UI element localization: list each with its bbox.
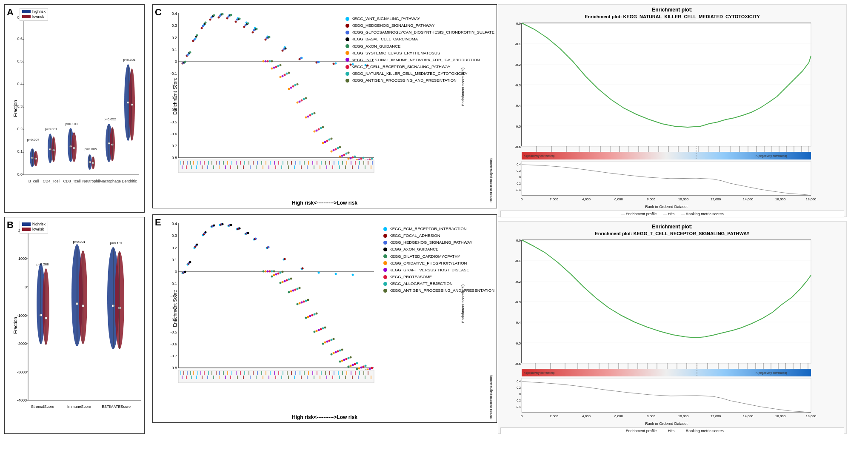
svg-point-430 — [292, 290, 294, 292]
svg-rect-266 — [216, 161, 217, 165]
svg-text:r (negatively correlated): r (negatively correlated) — [756, 371, 787, 375]
svg-rect-528 — [207, 376, 208, 379]
svg-point-145 — [226, 17, 228, 20]
svg-text:-0.4: -0.4 — [516, 188, 521, 191]
svg-text:0: 0 — [25, 285, 27, 289]
svg-rect-295 — [338, 161, 339, 165]
svg-point-444 — [303, 301, 305, 303]
svg-rect-306 — [191, 165, 192, 169]
svg-rect-286 — [300, 161, 300, 165]
svg-rect-506 — [300, 371, 300, 375]
svg-rect-551 — [352, 376, 353, 379]
svg-point-465 — [273, 271, 275, 273]
svg-rect-287 — [304, 161, 305, 165]
svg-text:0.2: 0.2 — [517, 386, 521, 389]
y-axis-label-e: Enrichment Score — [172, 290, 177, 327]
svg-point-245 — [271, 60, 273, 63]
svg-point-254 — [348, 152, 350, 154]
svg-point-392 — [184, 271, 186, 273]
svg-point-136 — [335, 63, 337, 65]
svg-point-253 — [339, 146, 341, 148]
svg-point-195 — [280, 76, 282, 78]
svg-point-472 — [333, 338, 335, 340]
svg-rect-312 — [225, 165, 226, 169]
svg-text:p=0.197: p=0.197 — [110, 241, 123, 245]
svg-point-390 — [255, 238, 257, 240]
svg-point-464 — [365, 365, 367, 367]
svg-point-442 — [286, 279, 288, 282]
svg-point-397 — [222, 223, 224, 225]
svg-rect-502 — [283, 371, 283, 375]
svg-rect-518 — [351, 371, 351, 375]
enrichment-plot-1: Enrichment plot:Enrichment plot: KEGG_NA… — [498, 4, 847, 217]
svg-point-422 — [333, 352, 335, 354]
svg-point-393 — [189, 261, 191, 263]
svg-rect-526 — [196, 376, 197, 379]
svg-point-470 — [316, 313, 318, 315]
legend-lowrisk-a: lowrisk — [32, 14, 44, 19]
svg-point-162 — [228, 16, 230, 18]
svg-rect-324 — [301, 165, 302, 169]
svg-point-232 — [269, 60, 271, 63]
svg-point-365 — [318, 272, 320, 274]
svg-point-409 — [331, 353, 333, 356]
svg-rect-318 — [263, 165, 263, 169]
svg-rect-545 — [314, 376, 314, 379]
svg-text:p<0.001: p<0.001 — [123, 58, 136, 62]
svg-rect-299 — [355, 161, 356, 165]
svg-rect-315 — [243, 165, 244, 169]
svg-point-467 — [290, 278, 292, 280]
svg-rect-263 — [204, 161, 205, 165]
svg-point-146 — [235, 21, 237, 23]
pathway-c-5: KEGG_AXON_GUIDANCE — [351, 43, 400, 50]
svg-rect-327 — [320, 165, 320, 169]
svg-rect-495 — [253, 371, 254, 375]
svg-point-452 — [371, 367, 373, 369]
svg-text:-0.2: -0.2 — [516, 399, 521, 402]
svg-point-220 — [275, 66, 277, 68]
svg-point-221 — [284, 74, 286, 76]
svg-rect-333 — [358, 165, 359, 169]
svg-point-396 — [213, 225, 215, 227]
svg-point-159 — [202, 25, 204, 27]
svg-point-404 — [288, 291, 290, 293]
legend-lowrisk-b: lowrisk — [32, 227, 44, 231]
svg-point-244 — [371, 158, 373, 160]
svg-point-233 — [277, 65, 280, 67]
pathway-e-4: KEGG_AXON_GUIDANCE — [389, 246, 438, 253]
svg-point-169 — [317, 61, 319, 63]
svg-text:0.4: 0.4 — [517, 380, 521, 383]
svg-text:0.0: 0.0 — [516, 22, 521, 26]
svg-point-191 — [256, 28, 258, 30]
svg-point-190 — [247, 23, 249, 25]
svg-point-469 — [307, 299, 309, 301]
svg-rect-292 — [325, 161, 326, 165]
svg-text:-0.6: -0.6 — [170, 342, 177, 346]
svg-point-215 — [341, 155, 343, 157]
gsea-plot-c: 0.4 0.3 0.2 0.1 0 -0.1 -0.2 -0.3 -0.4 -0… — [178, 13, 374, 175]
svg-point-225 — [318, 128, 320, 131]
svg-text:h (positively correlated): h (positively correlated) — [524, 154, 554, 158]
svg-text:-0.8: -0.8 — [170, 366, 177, 370]
enrichment-svg-1: Enrichment score (ES) 0.0 -0.1 -0.2 -0.3… — [500, 21, 832, 208]
svg-point-248 — [297, 83, 299, 85]
svg-text:-0.7: -0.7 — [170, 354, 177, 358]
svg-point-246 — [280, 64, 282, 66]
svg-rect-527 — [202, 376, 203, 379]
svg-point-429 — [284, 280, 286, 282]
svg-rect-534 — [243, 376, 244, 379]
svg-point-471 — [324, 327, 326, 329]
svg-rect-308 — [202, 165, 203, 169]
svg-point-416 — [282, 281, 284, 283]
svg-text:16,000: 16,000 — [775, 414, 786, 418]
pathway-c-10: KEGG_ANTIGEN_PROCESSING_AND_PRESENTATION — [351, 77, 457, 84]
svg-rect-537 — [263, 376, 263, 379]
svg-rect-256 — [180, 161, 181, 165]
svg-point-399 — [239, 228, 241, 230]
svg-point-437 — [352, 364, 354, 366]
svg-text:-2000: -2000 — [17, 342, 27, 346]
legend-highrisk-a: highrisk — [32, 9, 46, 14]
pathway-c-2: KEGG_HEDGEHOG_SIGNALING_PATHWAY — [351, 22, 434, 29]
svg-rect-298 — [351, 161, 351, 165]
svg-rect-493 — [244, 371, 245, 375]
